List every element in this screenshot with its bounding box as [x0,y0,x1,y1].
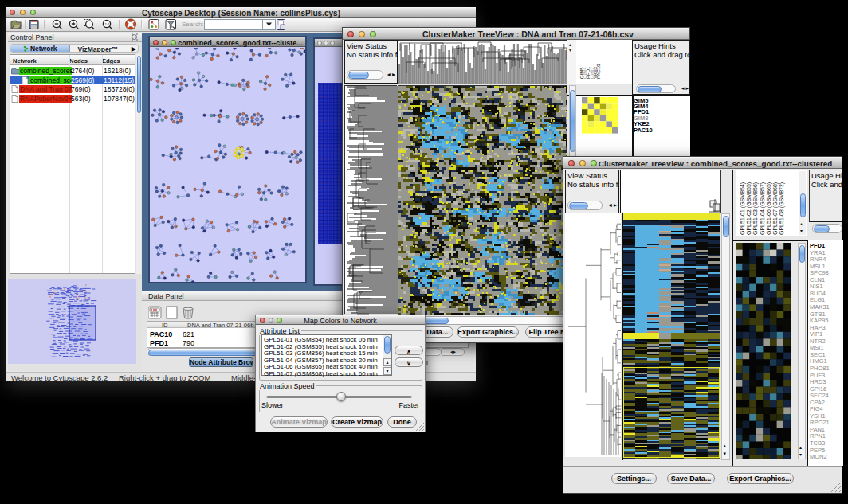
svg-text:Search:: Search: [182,21,204,28]
svg-text:1:1: 1:1 [105,22,110,26]
